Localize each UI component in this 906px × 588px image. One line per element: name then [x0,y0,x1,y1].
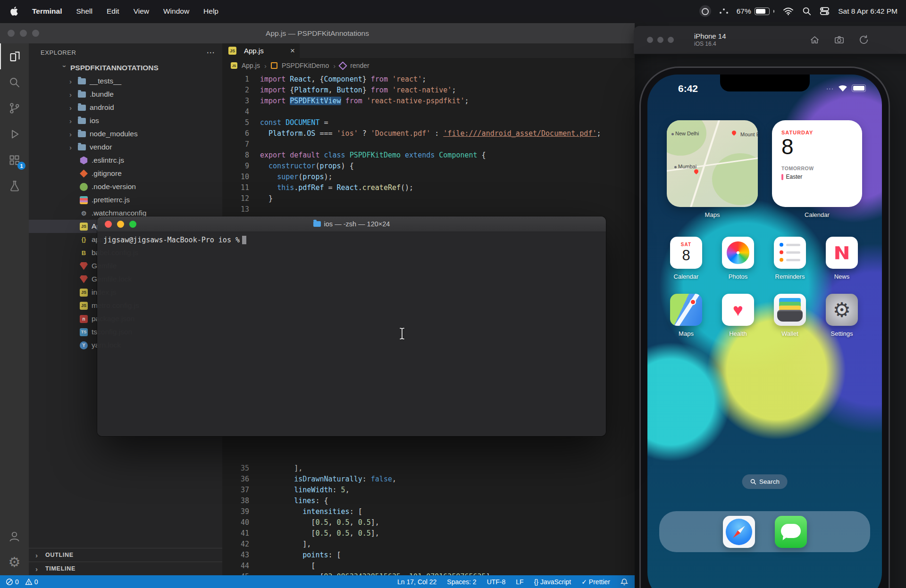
code-line-44[interactable]: 44 [ [222,561,635,571]
code-line-13[interactable]: 13 [222,204,635,215]
activity-search[interactable] [0,69,29,95]
screenshot-icon[interactable] [834,34,845,45]
tree-root[interactable]: › PSPDFKITANNOTATIONS [29,61,222,75]
zoom-window-button[interactable] [129,221,136,228]
code-line-37[interactable]: 37 lineWidth: 5, [222,485,635,496]
wifi-icon[interactable] [783,7,794,16]
section-outline[interactable]: › OUTLINE [29,548,222,562]
app-safari[interactable] [723,516,755,548]
maps-widget[interactable]: New Delhi Mumbai Mount E [667,120,758,207]
breadcrumb-file[interactable]: App.js [242,62,260,69]
code-line-5[interactable]: 5const DOCUMENT = [222,117,635,128]
window-controls[interactable] [634,37,674,43]
menubar-clock[interactable]: Sat 8 Apr 6:42 PM [838,7,898,16]
tree-file-.node-version[interactable]: .node-version [29,180,222,193]
activity-testing[interactable] [0,173,29,199]
code-line-36[interactable]: 36 isDrawnNaturally: false, [222,474,635,485]
statusbar-javascript[interactable]: {} JavaScript [534,578,571,586]
tree-file-.gitignore[interactable]: .gitignore [29,167,222,180]
menubar-item-edit[interactable]: Edit [107,7,119,16]
tree-folder-.bundle[interactable]: ›.bundle [29,88,222,101]
tree-folder-__tests__[interactable]: ›__tests__ [29,75,222,88]
maps-widget-cell[interactable]: New Delhi Mumbai Mount E Maps [667,120,758,218]
code-line-39[interactable]: 39 intensities: [ [222,506,635,517]
code-line-10[interactable]: 10 super(props); [222,172,635,182]
app-news[interactable]: News [826,237,858,280]
zoom-window-button[interactable] [668,37,674,43]
spotlight-icon[interactable] [802,7,811,16]
minimize-window-button[interactable] [117,221,124,228]
code-line-43[interactable]: 43 points: [ [222,550,635,561]
simulator-titlebar[interactable]: iPhone 14 iOS 16.4 [634,26,906,54]
minimize-window-button[interactable] [20,30,27,37]
statusbar-lf[interactable]: LF [516,578,523,586]
terminal-titlebar[interactable]: ios — -zsh — 120×24 [97,216,606,232]
menubar-item-shell[interactable]: Shell [76,7,92,16]
activity-account[interactable] [0,523,29,549]
statusbar-ln-17-col-22[interactable]: Ln 17, Col 22 [397,578,436,586]
menubar-item-view[interactable]: View [134,7,149,16]
minimize-window-button[interactable] [657,37,663,43]
menubar-item-window[interactable]: Window [163,7,189,16]
tab-close-icon[interactable]: × [290,47,295,55]
control-center-icon[interactable] [820,6,830,16]
tree-folder-node_modules[interactable]: ›node_modules [29,127,222,141]
app-maps[interactable]: Maps [670,294,702,337]
menubar-dots-icon[interactable] [720,8,728,15]
vscode-titlebar[interactable]: App.js — PSPDFKitAnnotations [0,23,635,43]
section-timeline[interactable]: › TIMELINE [29,562,222,575]
activity-settings[interactable]: ⚙ [0,549,29,575]
tree-file-.eslintrc.js[interactable]: .eslintrc.js [29,154,222,167]
close-window-button[interactable] [105,221,112,228]
code-line-1[interactable]: 1import React, {Component} from 'react'; [222,74,635,85]
screen-record-icon[interactable] [699,5,711,17]
code-line-9[interactable]: 9 constructor(props) { [222,161,635,172]
rotate-icon[interactable] [858,34,869,45]
code-line-11[interactable]: 11 this.pdfRef = React.createRef(); [222,182,635,193]
activity-run-debug[interactable] [0,121,29,147]
activity-explorer[interactable] [0,43,29,69]
code-block-top[interactable]: 1import React, {Component} from 'react';… [222,73,635,215]
code-line-35[interactable]: 35 ], [222,463,635,474]
explorer-more-icon[interactable]: ⋯ [206,48,215,58]
apple-menu-icon[interactable] [10,7,18,16]
app-messages[interactable] [775,516,807,548]
calendar-widget[interactable]: SATURDAY 8 TOMORROW Easter [772,120,862,207]
zoom-window-button[interactable] [32,30,39,37]
code-line-3[interactable]: 3import PSPDFKitView from 'react-native-… [222,96,635,107]
app-photos[interactable]: Photos [722,237,754,280]
tree-folder-ios[interactable]: ›ios [29,114,222,127]
app-reminders[interactable]: Reminders [774,237,806,280]
statusbar-spaces-2[interactable]: Spaces: 2 [447,578,476,586]
activity-source-control[interactable] [0,95,29,121]
app-settings[interactable]: ⚙Settings [826,294,858,337]
app-health[interactable]: ♥Health [722,294,754,337]
tree-folder-vendor[interactable]: ›vendor [29,141,222,154]
code-line-8[interactable]: 8export default class PSPDFKitDemo exten… [222,150,635,161]
code-line-12[interactable]: 12 } [222,193,635,204]
breadcrumb-class[interactable]: PSPDFKitDemo [282,62,329,69]
code-line-38[interactable]: 38 lines: { [222,496,635,506]
code-line-41[interactable]: 41 [0.5, 0.5, 0.5], [222,528,635,539]
code-line-40[interactable]: 40 [0.5, 0.5, 0.5], [222,517,635,528]
close-window-button[interactable] [647,37,653,43]
code-line-7[interactable]: 7 [222,139,635,150]
calendar-widget-cell[interactable]: SATURDAY 8 TOMORROW Easter Calendar [772,120,862,218]
battery-indicator[interactable]: 67% [737,7,775,16]
home-button-icon[interactable] [809,34,820,45]
terminal-content[interactable]: jigsaw@jigsaws-MacBook-Pro ios % [97,232,606,248]
app-wallet[interactable]: Wallet [774,294,806,337]
breadcrumb-method[interactable]: render [350,62,369,69]
tree-file-.prettierrc.js[interactable]: .prettierrc.js [29,193,222,207]
tab-appjs[interactable]: JS App.js × [222,43,300,58]
app-calendar[interactable]: SAT8Calendar [670,237,702,280]
tree-folder-android[interactable]: ›android [29,101,222,114]
menubar-item-help[interactable]: Help [203,7,218,16]
code-line-2[interactable]: 2import {Platform, Button} from 'react-n… [222,85,635,96]
problems-errors[interactable]: 0 [6,578,19,586]
notifications-bell-icon[interactable] [621,578,628,586]
code-block-bottom[interactable]: 35 ],36 isDrawnNaturally: false,37 lineW… [222,463,635,588]
code-line-6[interactable]: 6 Platform.OS === 'ios' ? 'Document.pdf'… [222,128,635,139]
problems-warnings[interactable]: 0 [25,578,38,586]
close-window-button[interactable] [8,30,15,37]
